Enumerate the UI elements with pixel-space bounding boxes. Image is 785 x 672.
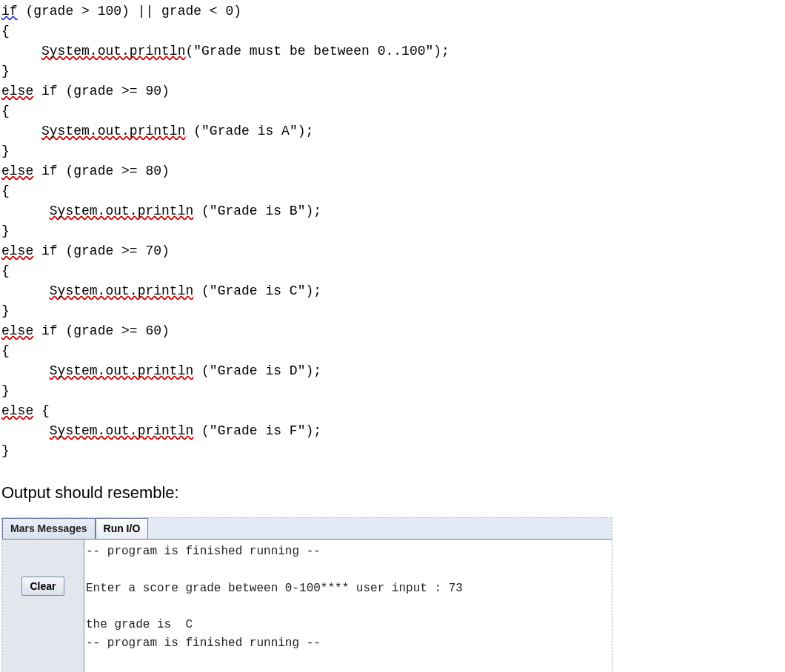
code-indent xyxy=(1,283,50,298)
code-text: if (grade >= 70) xyxy=(33,243,170,258)
console-panel: Mars Messages Run I/O Clear -- program i… xyxy=(1,517,612,672)
code-line: System.out.println ("Grade is A"); xyxy=(1,121,784,141)
code-line: { xyxy=(1,181,784,201)
code-line: } xyxy=(1,381,784,401)
code-keyword: else xyxy=(1,243,33,258)
output-header: Output should resemble: xyxy=(0,476,785,513)
code-sys: System.out.println xyxy=(50,283,193,298)
code-line: else if (grade >= 70) xyxy=(1,241,784,261)
code-keyword: else xyxy=(1,323,33,338)
code-text: { xyxy=(33,403,50,418)
code-indent xyxy=(1,423,50,438)
code-text: ("Grade must be between 0..100"); xyxy=(185,44,449,58)
code-text: if (grade >= 60) xyxy=(33,323,170,338)
code-text: ("Grade is D"); xyxy=(193,363,321,378)
code-line: } xyxy=(1,61,784,81)
code-line: System.out.println ("Grade is F"); xyxy=(1,421,784,441)
code-text: ("Grade is B"); xyxy=(193,204,321,218)
code-text: ("Grade is F"); xyxy=(193,423,321,438)
code-text: ("Grade is C"); xyxy=(193,283,321,298)
code-line: else if (grade >= 90) xyxy=(1,81,784,101)
code-line: System.out.println("Grade must be betwee… xyxy=(1,41,784,61)
console-output: -- program is finished running -- Enter … xyxy=(84,540,612,672)
console-line: the grade is C xyxy=(86,618,193,631)
code-text: (grade > 100) || grade < 0) xyxy=(18,4,241,19)
code-sys: System.out.println xyxy=(50,363,193,378)
console-body: Clear -- program is finished running -- … xyxy=(2,540,612,672)
code-indent xyxy=(1,363,50,378)
code-indent xyxy=(1,44,41,58)
code-block: if (grade > 100) || grade < 0) { System.… xyxy=(0,0,785,476)
code-line: } xyxy=(1,221,784,241)
console-line: Enter a score grade between 0-100**** us… xyxy=(86,582,463,595)
code-keyword: if xyxy=(1,4,18,19)
console-line: -- program is finished running -- xyxy=(86,636,321,650)
code-line: else if (grade >= 80) xyxy=(1,161,784,181)
tab-run-io[interactable]: Run I/O xyxy=(96,518,149,539)
code-line: else { xyxy=(1,401,784,421)
console-line: -- program is finished running -- xyxy=(86,545,321,558)
code-line: System.out.println ("Grade is C"); xyxy=(1,281,784,301)
code-indent xyxy=(1,204,50,218)
clear-button[interactable]: Clear xyxy=(21,577,64,596)
code-keyword: else xyxy=(1,84,33,98)
code-indent xyxy=(1,124,41,138)
code-line: { xyxy=(1,261,784,281)
code-line: System.out.println ("Grade is B"); xyxy=(1,201,784,221)
code-text: if (grade >= 90) xyxy=(33,84,170,98)
code-sys: System.out.println xyxy=(41,124,185,138)
code-line: { xyxy=(1,101,784,121)
code-sys: System.out.println xyxy=(50,204,193,218)
code-keyword: else xyxy=(1,403,33,418)
code-line: } xyxy=(1,141,784,161)
code-line: System.out.println ("Grade is D"); xyxy=(1,361,784,381)
code-text: ("Grade is A"); xyxy=(185,124,313,138)
code-line: { xyxy=(1,341,784,361)
code-sys: System.out.println xyxy=(41,44,185,58)
code-line: } xyxy=(1,301,784,321)
tabs-row: Mars Messages Run I/O xyxy=(2,518,612,540)
tab-mars-messages[interactable]: Mars Messages xyxy=(2,518,96,539)
code-keyword: else xyxy=(1,164,33,178)
code-line: else if (grade >= 60) xyxy=(1,321,784,341)
code-line: { xyxy=(1,21,784,41)
code-line: if (grade > 100) || grade < 0) xyxy=(1,1,784,21)
code-line: } xyxy=(1,441,784,461)
code-sys: System.out.println xyxy=(50,423,193,438)
code-text: if (grade >= 80) xyxy=(33,164,170,178)
console-left: Clear xyxy=(2,540,84,672)
